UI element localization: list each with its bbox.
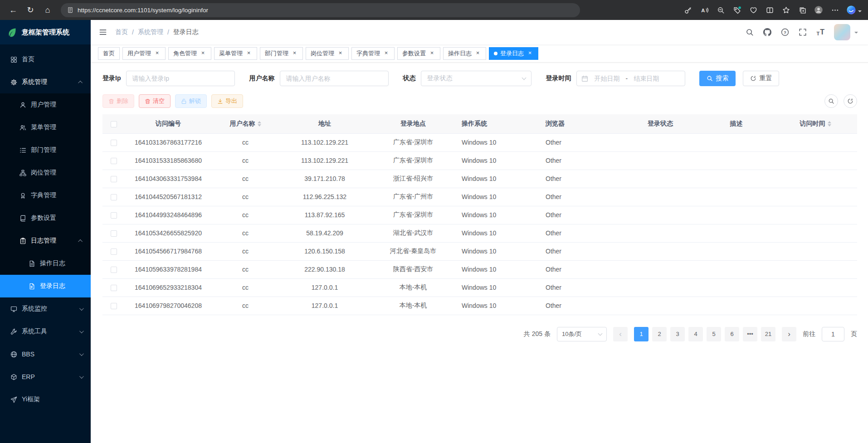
favorites-star-icon[interactable] (778, 3, 794, 17)
sidebar-item-system[interactable]: 系统管理 (0, 71, 91, 93)
login-ip-input[interactable] (126, 71, 235, 86)
browser-essentials-icon[interactable] (746, 3, 761, 17)
start-date-input[interactable] (590, 75, 623, 82)
zoom-icon[interactable] (713, 3, 728, 17)
sidebar-item-tool[interactable]: 系统工具 (0, 320, 91, 343)
table-row[interactable]: 1641043063331753984 cc 39.171.210.78 浙江省… (102, 170, 857, 188)
table-row[interactable]: 1641031533185863680 cc 113.102.129.221 广… (102, 151, 857, 170)
col-access-time[interactable]: 访问时间 (774, 114, 857, 133)
jump-page-input[interactable] (822, 327, 844, 341)
delete-button[interactable]: 删除 (102, 94, 134, 108)
login-status-select[interactable]: 登录状态 (421, 71, 532, 86)
tab-item[interactable]: 字典管理 × (351, 47, 395, 60)
checkbox[interactable] (111, 267, 117, 273)
tab-item[interactable]: 菜单管理 × (214, 47, 257, 60)
split-screen-icon[interactable] (762, 3, 777, 17)
checkbox[interactable] (111, 121, 117, 127)
table-row[interactable]: 1641031367863177216 cc 113.102.129.221 广… (102, 133, 857, 151)
sidebar-item-loginlog[interactable]: 登录日志 (0, 275, 91, 297)
page-number-button[interactable]: 5 (707, 327, 721, 341)
refresh-table-button[interactable] (844, 94, 857, 108)
row-checkbox-cell[interactable] (102, 170, 125, 188)
sidebar-item-yi[interactable]: Yi框架 (0, 388, 91, 411)
table-row[interactable]: 1641059633978281984 cc 222.90.130.18 陕西省… (102, 260, 857, 278)
tab-item[interactable]: 操作日志 × (443, 47, 486, 60)
close-tab-icon[interactable]: × (474, 50, 481, 57)
tab-item[interactable]: 登录日志 × (489, 47, 538, 60)
row-checkbox-cell[interactable] (102, 188, 125, 206)
github-icon[interactable] (763, 28, 771, 36)
tab-item[interactable]: 首页 × (98, 47, 120, 60)
password-key-icon[interactable] (680, 3, 696, 17)
checkbox[interactable] (111, 140, 117, 146)
user-name-input[interactable] (280, 71, 389, 86)
browser-profile-avatar[interactable] (811, 3, 826, 17)
fullscreen-icon[interactable] (799, 28, 807, 36)
checkbox[interactable] (111, 212, 117, 219)
page-number-button[interactable]: 3 (670, 327, 685, 341)
sidebar-toggle-icon[interactable] (91, 20, 115, 44)
close-tab-icon[interactable]: × (337, 50, 344, 57)
page-number-button[interactable]: 6 (725, 327, 739, 341)
table-row[interactable]: 1641069798270046208 cc 127.0.0.1 本地-本机 W… (102, 297, 857, 315)
row-checkbox-cell[interactable] (102, 224, 125, 242)
close-tab-icon[interactable]: × (383, 50, 390, 57)
sidebar-item-bbs[interactable]: BBS (0, 343, 91, 365)
checkbox[interactable] (111, 248, 117, 255)
sidebar-item-log[interactable]: 日志管理 (0, 229, 91, 252)
sidebar-item-operlog[interactable]: 操作日志 (0, 252, 91, 275)
search-icon[interactable] (746, 28, 754, 36)
collections-icon[interactable] (795, 3, 810, 17)
prev-page-button[interactable]: ‹ (613, 327, 628, 341)
checkbox[interactable] (111, 176, 117, 182)
read-aloud-icon[interactable]: A (697, 3, 712, 17)
sidebar-item-role[interactable]: 菜单管理 (0, 116, 91, 139)
table-row[interactable]: 1641044520567181312 cc 112.96.225.132 广东… (102, 188, 857, 206)
checkbox[interactable] (111, 158, 117, 164)
close-tab-icon[interactable]: × (527, 50, 533, 57)
browser-home-icon[interactable]: ⌂ (40, 3, 55, 17)
export-button[interactable]: 导出 (211, 94, 243, 108)
sort-icon[interactable] (258, 121, 261, 127)
font-size-icon[interactable]: TT (816, 28, 824, 36)
sidebar-item-menu[interactable]: 部门管理 (0, 139, 91, 161)
tab-item[interactable]: 参数设置 × (397, 47, 440, 60)
row-checkbox-cell[interactable] (102, 242, 125, 260)
sidebar-item-home[interactable]: 首页 (0, 48, 91, 71)
close-tab-icon[interactable]: × (245, 50, 252, 57)
search-button[interactable]: 搜索 (699, 71, 736, 86)
user-avatar[interactable] (834, 24, 850, 40)
clear-button[interactable]: 清空 (139, 94, 171, 108)
page-number-button[interactable]: 4 (688, 327, 703, 341)
browser-settings-menu-icon[interactable] (827, 3, 843, 17)
col-user-name[interactable]: 用户名称 (211, 114, 279, 133)
page-size-select[interactable]: 10条/页 (557, 327, 607, 341)
page-number-button[interactable]: 21 (761, 327, 775, 341)
app-logo[interactable]: 意框架管理系统 (0, 20, 91, 44)
toggle-search-button[interactable] (824, 94, 838, 108)
row-checkbox-cell[interactable] (102, 260, 125, 278)
close-tab-icon[interactable]: × (200, 50, 206, 57)
end-date-input[interactable] (630, 75, 663, 82)
page-number-button[interactable]: 1 (634, 327, 649, 341)
table-row[interactable]: 1641044993248464896 cc 113.87.92.165 广东省… (102, 206, 857, 224)
sidebar-item-erp[interactable]: ERP (0, 365, 91, 388)
checkbox[interactable] (111, 285, 117, 291)
shopping-deals-icon[interactable] (729, 3, 745, 17)
sort-icon[interactable] (828, 121, 831, 127)
help-icon[interactable]: ? (781, 28, 789, 36)
close-tab-icon[interactable]: × (291, 50, 298, 57)
browser-refresh-icon[interactable]: ↻ (23, 3, 38, 17)
table-row[interactable]: 1641054566717984768 cc 120.6.150.158 河北省… (102, 242, 857, 260)
breadcrumb-home[interactable]: 首页 (115, 28, 128, 36)
tab-item[interactable]: 岗位管理 × (306, 47, 349, 60)
row-checkbox-cell[interactable] (102, 206, 125, 224)
sidebar-item-post[interactable]: 字典管理 (0, 184, 91, 207)
sidebar-item-monitor[interactable]: 系统监控 (0, 297, 91, 320)
sidebar-item-dept[interactable]: 岗位管理 (0, 161, 91, 184)
checkbox[interactable] (111, 194, 117, 200)
date-range-picker[interactable]: - (576, 71, 685, 86)
row-checkbox-cell[interactable] (102, 297, 125, 315)
table-row[interactable]: 1641053426655825920 cc 58.19.42.209 湖北省-… (102, 224, 857, 242)
row-checkbox-cell[interactable] (102, 133, 125, 151)
